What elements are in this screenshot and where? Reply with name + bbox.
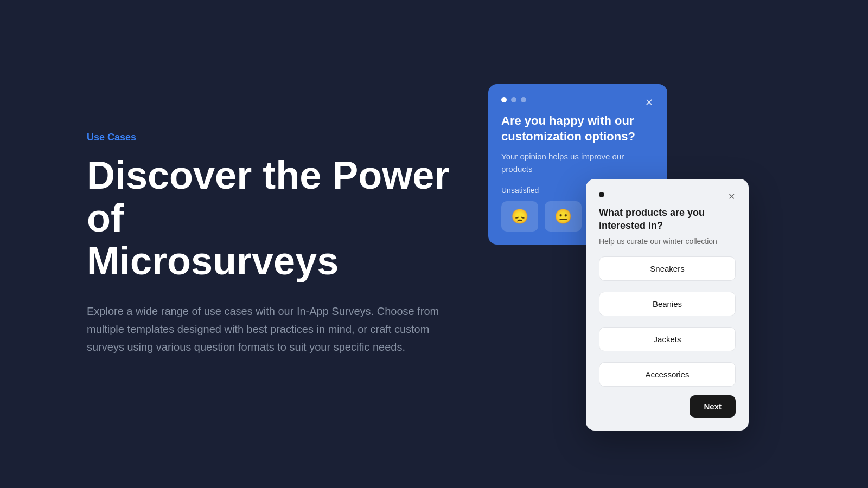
white-survey-card: ✕ What products are you interested in? H… <box>586 179 749 431</box>
white-card-dot <box>599 192 604 197</box>
description-text: Explore a wide range of use cases with o… <box>87 303 456 356</box>
dot-2 <box>511 97 516 102</box>
white-card-close-button[interactable]: ✕ <box>725 190 738 203</box>
left-section: Use Cases Discover the Power of Microsur… <box>87 132 456 356</box>
blue-card-subtitle: Your opinion helps us improve our produc… <box>501 151 654 175</box>
main-heading: Discover the Power of Microsurveys <box>87 154 456 283</box>
dot-3 <box>521 97 526 102</box>
option-sneakers-button[interactable]: Sneakers <box>599 256 736 281</box>
product-options-list: Sneakers Beanies Jackets Accessories <box>599 256 736 387</box>
blue-card-title: Are you happy with our customization opt… <box>501 113 654 144</box>
card-progress-dots <box>501 97 654 102</box>
option-jackets-button[interactable]: Jackets <box>599 327 736 351</box>
option-beanies-button[interactable]: Beanies <box>599 292 736 316</box>
white-card-title: What products are you interested in? <box>599 206 736 233</box>
emoji-sad-button[interactable]: 😞 <box>501 201 538 232</box>
option-accessories-button[interactable]: Accessories <box>599 362 736 387</box>
next-button[interactable]: Next <box>690 395 736 418</box>
blue-card-close-button[interactable]: ✕ <box>641 95 656 110</box>
white-card-subtitle: Help us curate our winter collection <box>599 237 736 246</box>
dot-1 <box>501 97 507 102</box>
emoji-neutral-button[interactable]: 😐 <box>545 201 582 232</box>
use-cases-label: Use Cases <box>87 132 456 143</box>
